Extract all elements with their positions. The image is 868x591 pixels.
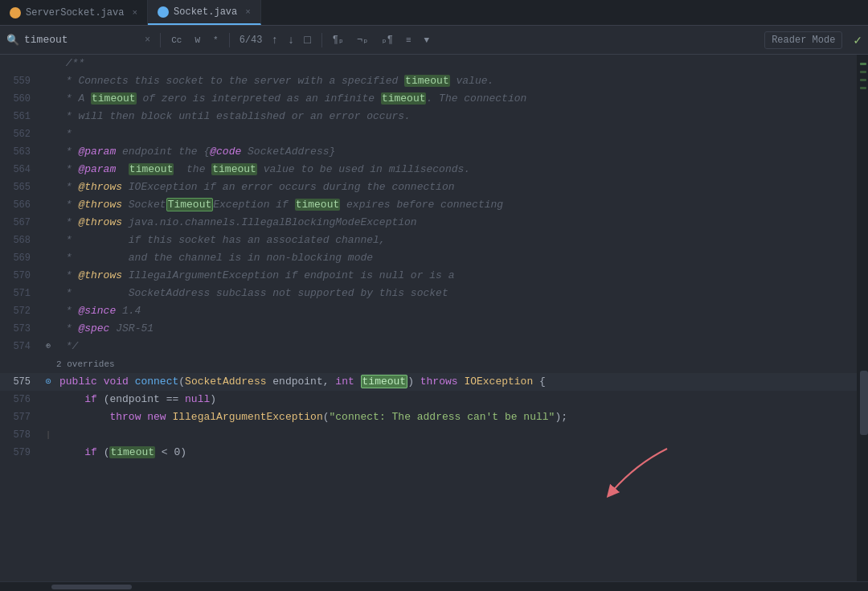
scroll-thumb[interactable]: [860, 371, 868, 435]
line-content-571: * SocketAddress subclass not supported b…: [56, 285, 857, 302]
search-opt1[interactable]: ¶ₚ: [329, 32, 348, 47]
line-563: 563 * @param endpoint the {@code SocketA…: [0, 143, 857, 161]
overrides-text: 2 overrides: [56, 359, 115, 369]
search-count: 6/43: [240, 35, 263, 46]
line-num-559: 559: [0, 72, 40, 90]
overrides-label: 2 overrides: [0, 355, 857, 373]
line-content-575: public void connect(SocketAddress endpoi…: [56, 373, 857, 391]
tab-server-socket-label: ServerSocket.java: [26, 7, 124, 18]
regex-button[interactable]: *: [209, 34, 223, 47]
line-num-562: 562: [0, 125, 40, 143]
line-561: 561 * will then block until established …: [0, 108, 857, 125]
code-area[interactable]: /** 559 * Connects this socket to the se…: [0, 55, 857, 581]
line-icon-575: ⊙: [40, 373, 56, 391]
search-opt3[interactable]: ₚ¶: [378, 32, 397, 47]
line-num-564: 564: [0, 161, 40, 179]
line-content-579: if (timeout < 0): [56, 444, 857, 462]
line-576: 576 if (endpoint == null): [0, 391, 857, 408]
line-num-567: 567: [0, 214, 40, 232]
line-num-563: 563: [0, 143, 40, 161]
tab-socket-close[interactable]: ×: [245, 7, 251, 17]
line-num-561: 561: [0, 108, 40, 125]
right-scrollbar[interactable]: [857, 55, 868, 581]
line-num-575: 575: [0, 373, 40, 391]
line-num-560: 560: [0, 90, 40, 108]
h-scroll-thumb[interactable]: [51, 585, 132, 589]
search-divider: [160, 33, 161, 47]
line-num-579: 579: [0, 444, 40, 462]
line-565: 565 * @throws IOException if an error oc…: [0, 179, 857, 196]
line-content-577: throw new IllegalArgumentException("conn…: [56, 408, 857, 426]
line-577: 577 throw new IllegalArgumentException("…: [0, 408, 857, 426]
search-divider2: [229, 33, 230, 47]
caret-icon-578: |: [46, 426, 51, 444]
match-case-button[interactable]: Cc: [167, 34, 186, 47]
server-socket-icon: [10, 7, 21, 18]
line-content-565: * @throws IOException if an error occurs…: [56, 179, 857, 196]
search-icon: 🔍: [6, 34, 19, 47]
line-num-565: 565: [0, 179, 40, 196]
tab-bar: ServerSocket.java × Socket.java ×: [0, 0, 868, 26]
line-icon-578: |: [40, 426, 56, 444]
tab-socket[interactable]: Socket.java ×: [148, 0, 261, 25]
search-divider3: [321, 33, 322, 47]
search-bar: 🔍 × Cc W * 6/43 ↑ ↓ □ ¶ₚ ¬ₚ ₚ¶ ≡ ▼ Reade…: [0, 26, 868, 55]
line-content-568: * if this socket has an associated chann…: [56, 232, 857, 249]
line-content-567: * @throws java.nio.channels.IllegalBlock…: [56, 214, 857, 232]
tab-server-socket-close[interactable]: ×: [132, 8, 137, 18]
check-icon: ✓: [854, 32, 862, 48]
tab-server-socket[interactable]: ServerSocket.java ×: [0, 0, 148, 25]
line-content-573: * @spec JSR-51: [56, 320, 857, 338]
line-content-564: * @param timeout the timeout value to be…: [56, 161, 857, 179]
reader-mode-button[interactable]: Reader Mode: [764, 31, 842, 49]
line-content-572: * @since 1.4: [56, 302, 857, 320]
line-content-560: * A timeout of zero is interpreted as an…: [56, 90, 857, 108]
line-562: 562 *: [0, 125, 857, 143]
scroll-marker-3: [860, 79, 866, 81]
search-opt2[interactable]: ¬ₚ: [353, 32, 372, 47]
search-opt4[interactable]: ≡: [402, 34, 416, 47]
line-content-574: */: [56, 338, 857, 355]
line-content-566: * @throws SocketTimeoutException if time…: [56, 196, 857, 214]
line-content-563: * @param endpoint the {@code SocketAddre…: [56, 143, 857, 161]
search-mode-button[interactable]: □: [300, 32, 314, 48]
search-nav: ↑ ↓ □: [267, 32, 314, 48]
line-content-569: * and the channel is in non-blocking mod…: [56, 249, 857, 267]
scroll-marker-2: [860, 71, 866, 73]
line-num-572: 572: [0, 302, 40, 320]
line-num-568: 568: [0, 232, 40, 249]
line-560: 560 * A timeout of zero is interpreted a…: [0, 90, 857, 108]
bookmark-icon-574: ⊕: [46, 338, 51, 355]
line-icon-574: ⊕: [40, 338, 56, 355]
line-num-578: 578: [0, 426, 40, 444]
line-num-571: 571: [0, 285, 40, 302]
editor-container: /** 559 * Connects this socket to the se…: [0, 55, 868, 581]
line-content-576: if (endpoint == null): [56, 391, 857, 408]
search-next-button[interactable]: ↓: [284, 32, 298, 48]
line-574: 574 ⊕ */: [0, 338, 857, 355]
line-num-574: 574: [0, 338, 40, 355]
line-564: 564 * @param timeout the timeout value t…: [0, 161, 857, 179]
socket-icon: [158, 6, 169, 18]
line-567: 567 * @throws java.nio.channels.IllegalB…: [0, 214, 857, 232]
search-input[interactable]: [24, 34, 137, 46]
line-570: 570 * @throws IllegalArgumentException i…: [0, 267, 857, 285]
line-num-570: 570: [0, 267, 40, 285]
line-558: /**: [0, 55, 857, 72]
scroll-marker-4: [860, 87, 866, 89]
search-filter[interactable]: ▼: [420, 34, 434, 47]
h-scrollbar[interactable]: [0, 581, 868, 591]
breakpoint-icon-575[interactable]: ⊙: [45, 373, 51, 391]
line-content-561: * will then block until established or a…: [56, 108, 857, 125]
line-575: 575 ⊙ public void connect(SocketAddress …: [0, 373, 857, 391]
line-num-573: 573: [0, 320, 40, 338]
search-clear-button[interactable]: ×: [141, 33, 154, 47]
line-578: 578 |: [0, 426, 857, 444]
line-content-559: * Connects this socket to the server wit…: [56, 72, 857, 90]
line-num-577: 577: [0, 408, 40, 426]
line-571: 571 * SocketAddress subclass not support…: [0, 285, 857, 302]
search-prev-button[interactable]: ↑: [267, 32, 281, 48]
whole-word-button[interactable]: W: [190, 34, 204, 47]
line-572: 572 * @since 1.4: [0, 302, 857, 320]
line-569: 569 * and the channel is in non-blocking…: [0, 249, 857, 267]
